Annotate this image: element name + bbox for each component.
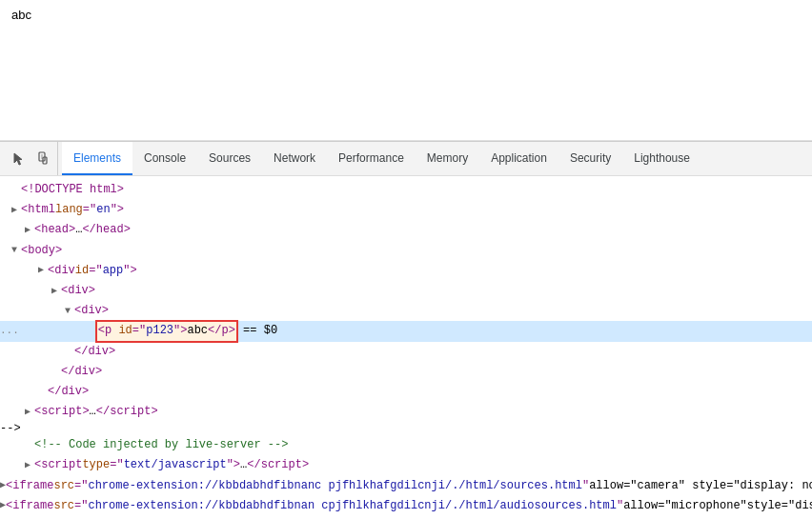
dom-line-div3[interactable]: <div> (0, 301, 812, 321)
tab-memory[interactable]: Memory (416, 142, 479, 175)
devtools-toolbar: Elements Console Sources Network Perform… (0, 142, 812, 176)
iframe1-src-link[interactable]: chrome-extension://kbbdabhdfibnanc pjfhl… (88, 477, 581, 495)
tab-sources[interactable]: Sources (197, 142, 262, 175)
devtools-tabs: Elements Console Sources Network Perform… (62, 142, 701, 175)
dom-line-body-open[interactable]: <body> (0, 241, 812, 261)
page-text: abc (11, 8, 31, 22)
triangle-div-app[interactable] (34, 263, 48, 278)
tab-network[interactable]: Network (262, 142, 327, 175)
device-toolbar-icon[interactable] (32, 150, 51, 169)
dom-line-head[interactable]: <head>…</head> (0, 220, 812, 240)
dom-line-script2[interactable]: <script type="text/javascript">…</script… (0, 455, 812, 475)
dom-line-comment[interactable]: <!-- Code injected by live-server --> (0, 435, 812, 455)
dom-line-div-app[interactable]: <div id="app"> (0, 261, 812, 281)
dom-line-p-selected[interactable]: ... <p id="p123">abc</p> == $0 (0, 321, 812, 341)
dom-line-div-app-close[interactable]: </div> (0, 382, 812, 402)
doctype-text: <!DOCTYPE html> (21, 181, 124, 199)
dom-line-doctype[interactable]: <!DOCTYPE html> (0, 180, 812, 200)
devtools-panel: Elements Console Sources Network Perform… (0, 141, 812, 519)
dom-line-div3-close[interactable]: </div> (0, 342, 812, 362)
elements-panel[interactable]: <!DOCTYPE html> <html lang="en"> <head>…… (0, 176, 812, 519)
triangle-script1[interactable] (21, 405, 34, 420)
tab-console[interactable]: Console (132, 142, 197, 175)
dom-line-html[interactable]: <html lang="en"> (0, 200, 812, 220)
triangle-body[interactable] (8, 243, 21, 258)
dom-line-div2[interactable]: <div> (0, 281, 812, 301)
toolbar-icons (4, 142, 58, 175)
highlighted-p-element: <p id="p123">abc</p> (97, 322, 236, 340)
iframe2-src-link[interactable]: chrome-extension://kbbdabhdfibnan cpjfhl… (88, 497, 617, 515)
tab-performance[interactable]: Performance (327, 142, 416, 175)
dom-line-div2-close[interactable]: </div> (0, 362, 812, 382)
dom-line-iframe1[interactable]: <iframe src="chrome-extension://kbbdabhd… (0, 476, 812, 496)
triangle-div2[interactable] (48, 284, 61, 299)
triangle-head[interactable] (21, 223, 34, 238)
triangle-div3[interactable] (61, 304, 74, 319)
dom-line-script1[interactable]: <script>…</script> (0, 402, 812, 422)
triangle-html[interactable] (8, 203, 21, 218)
tab-security[interactable]: Security (558, 142, 622, 175)
tab-application[interactable]: Application (479, 142, 558, 175)
dots-indicator: ... (0, 323, 19, 340)
dom-line-iframe2[interactable]: <iframe src="chrome-extension://kbbdabhd… (0, 496, 812, 516)
page-content: abc (0, 0, 812, 141)
tab-lighthouse[interactable]: Lighthouse (622, 142, 701, 175)
triangle-script2[interactable] (21, 458, 34, 473)
inspect-element-icon[interactable] (10, 150, 29, 169)
tab-elements[interactable]: Elements (62, 142, 132, 175)
